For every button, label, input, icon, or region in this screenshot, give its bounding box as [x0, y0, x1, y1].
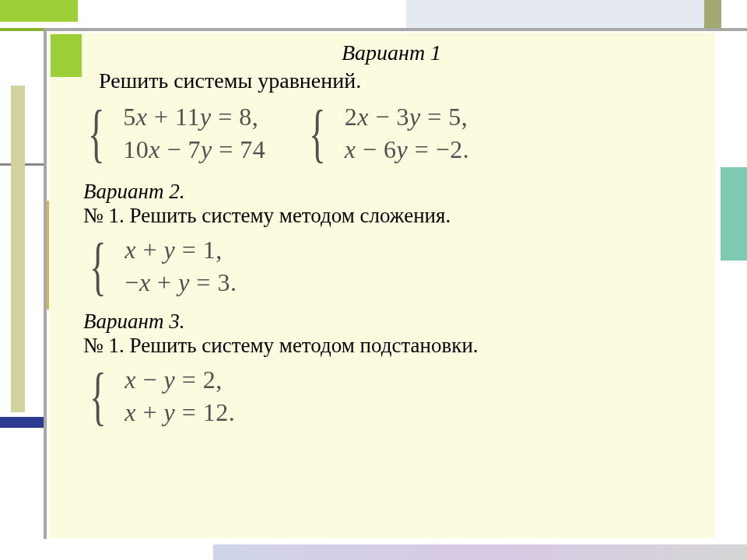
variant1-title: Вариант 1	[83, 40, 700, 65]
equation: 5x + 11y = 8,	[123, 101, 265, 134]
equation: −x + y = 3.	[124, 267, 237, 299]
variant1-system-1: { 5x + 11y = 8, 10x − 7y = 74	[88, 101, 265, 166]
variant3-title: Вариант 3.	[83, 310, 700, 334]
variant1-systems: { 5x + 11y = 8, 10x − 7y = 74 { 2x − 3y …	[88, 101, 700, 166]
variant2-title: Вариант 2.	[83, 180, 700, 204]
decor-ltblue	[406, 0, 706, 28]
variant1-system-2: { 2x − 3y = 5, x − 6y = −2.	[309, 101, 469, 166]
equation: x + y = 1,	[124, 234, 237, 267]
decor-green-thin	[0, 28, 44, 31]
equation: 10x − 7y = 74	[123, 134, 265, 166]
variant2-system: { x + y = 1, −x + y = 3.	[89, 234, 700, 299]
decor-lime	[0, 0, 78, 22]
equation: x − y = 2,	[124, 364, 235, 397]
decor-darkblue	[0, 417, 44, 428]
decor-khaki	[11, 86, 25, 412]
left-brace-icon: {	[89, 370, 107, 422]
decor-bottom-gradient	[213, 544, 747, 560]
variant2-task: № 1. Решить систему методом сложения.	[83, 204, 700, 228]
decor-border-top	[44, 28, 747, 31]
equation: x + y = 12.	[124, 397, 235, 429]
slide-body: Вариант 1 Решить системы уравнений. { 5x…	[49, 33, 715, 538]
variant1-task: Решить системы уравнений.	[99, 68, 700, 93]
variant3-task: № 1. Решить систему методом подстановки.	[83, 334, 700, 358]
decor-green-square	[51, 34, 82, 77]
left-brace-icon: {	[89, 240, 107, 292]
left-brace-icon: {	[309, 107, 326, 159]
equation: 2x − 3y = 5,	[345, 101, 470, 134]
variant3-system: { x − y = 2, x + y = 12.	[89, 364, 700, 429]
decor-teal	[721, 167, 747, 261]
left-brace-icon: {	[88, 107, 105, 159]
equation: x − 6y = −2.	[345, 134, 470, 166]
decor-olive	[704, 0, 721, 28]
